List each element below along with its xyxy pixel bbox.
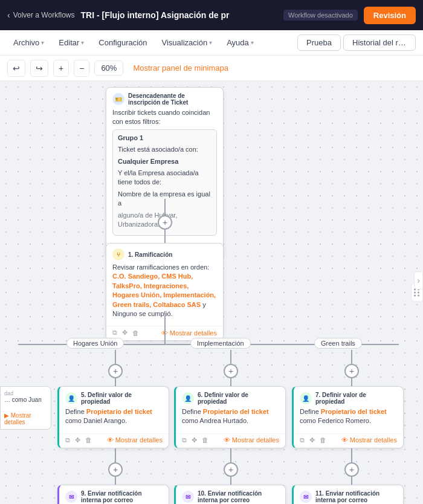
ayuda-label: Ayuda xyxy=(227,38,249,47)
plus-after-n6[interactable]: + xyxy=(224,462,238,477)
branch-copy-icon[interactable]: ⧉ xyxy=(112,329,117,337)
visualizacion-arrow-icon: ▾ xyxy=(209,39,212,46)
node11-title: 11. Enviar notificación interna por corr… xyxy=(315,490,397,503)
node5-text: Define Propietario del ticket como Danie… xyxy=(65,407,163,426)
plus-after-n7[interactable]: + xyxy=(344,462,359,477)
node5-icon: 👤 xyxy=(65,392,77,404)
node5-footer: ⧉ ✥ 🗑 👁 Mostrar detalles xyxy=(59,433,169,448)
node11: ✉ 11. Enviar notificación interna por co… xyxy=(292,485,404,504)
menu-ayuda[interactable]: Ayuda ▾ xyxy=(221,34,260,51)
node7: 👤 7. Definir valor de propiedad Define P… xyxy=(292,386,404,448)
revision-button[interactable]: Revisión xyxy=(364,7,416,24)
hogares-vline xyxy=(115,350,116,365)
historial-button[interactable]: Historial del rend xyxy=(343,34,416,51)
minimap-toggle[interactable]: Mostrar panel de minimapa xyxy=(133,63,228,73)
branch-header: ⑂ 1. Ramificación xyxy=(106,244,223,263)
n5-move-icon[interactable]: ✥ xyxy=(75,436,80,444)
archivo-arrow-icon: ▾ xyxy=(41,39,44,46)
menu-configuracion[interactable]: Configuración xyxy=(92,34,153,51)
menu-archivo[interactable]: Archivo ▾ xyxy=(7,34,50,51)
redo-button[interactable]: ↪ xyxy=(30,60,48,77)
partial-show-details[interactable]: ▶ Mostrar detalles xyxy=(4,412,47,425)
plus-after-n5[interactable]: + xyxy=(108,462,123,477)
plus-hogares[interactable]: + xyxy=(108,364,123,378)
node11-icon: ✉ xyxy=(300,491,312,503)
node7-text: Define Propietario del ticket como Feder… xyxy=(300,407,397,426)
plus-impl[interactable]: + xyxy=(224,364,238,378)
undo-button[interactable]: ↩ xyxy=(7,60,25,77)
green-branch-label: Green trails xyxy=(314,338,362,349)
condition2: Y el/la Empresa asociada/a tiene todos d… xyxy=(118,169,212,187)
nav-right-icon[interactable]: › xyxy=(414,271,423,289)
node6-footer: ⧉ ✥ 🗑 👁 Mostrar detalles xyxy=(176,433,285,448)
configuracion-label: Configuración xyxy=(98,38,147,47)
node6-text: Define Propietario del ticket como Andre… xyxy=(182,407,279,426)
editar-arrow-icon: ▾ xyxy=(81,39,84,46)
plus-button-1[interactable]: + xyxy=(158,215,172,230)
branch-line-down xyxy=(164,314,166,344)
node6-body: Define Propietario del ticket como Andre… xyxy=(176,407,285,433)
n6-copy-icon[interactable]: ⧉ xyxy=(182,436,187,444)
menu-editar[interactable]: Editar ▾ xyxy=(53,34,90,51)
green-vline xyxy=(351,350,352,365)
menu-bar: Archivo ▾ Editar ▾ Configuración Visuali… xyxy=(0,30,423,56)
n7-to-plus xyxy=(351,448,352,464)
eye-icon7: 👁 xyxy=(341,436,348,444)
condition1-val: Cualquier Empresa xyxy=(118,157,212,166)
menu-visualizacion[interactable]: Visualización ▾ xyxy=(156,34,219,51)
visualizacion-label: Visualización xyxy=(162,38,208,47)
node5: 👤 5. Definir valor de propiedad Define P… xyxy=(57,386,169,448)
n6-move-icon[interactable]: ✥ xyxy=(192,436,197,444)
node5-header: 👤 5. Definir valor de propiedad xyxy=(59,387,169,407)
branch-move-icon[interactable]: ✥ xyxy=(122,329,128,337)
node6: 👤 6. Definir valor de propiedad Define P… xyxy=(174,386,286,448)
workflow-canvas: › 🎫 Desencadenante de inscripción de Tic… xyxy=(0,81,423,504)
n6-delete-icon[interactable]: 🗑 xyxy=(202,436,208,444)
node7-footer: ⧉ ✥ 🗑 👁 Mostrar detalles xyxy=(294,433,403,448)
chevron-left-icon: ‹ xyxy=(7,10,10,20)
n5-copy-icon[interactable]: ⧉ xyxy=(65,436,70,444)
branch-body-text: Revisar ramificaciones en orden: C.O. Sa… xyxy=(112,263,217,318)
plus-green[interactable]: + xyxy=(344,364,359,378)
branch-title: 1. Ramificación xyxy=(128,251,172,258)
editar-label: Editar xyxy=(59,38,79,47)
node6-icon: 👤 xyxy=(182,392,194,404)
branch-show-details[interactable]: 👁 Mostrar detalles xyxy=(161,329,217,337)
n7-copy-icon[interactable]: ⧉ xyxy=(300,436,305,444)
node7-header: 👤 7. Definir valor de propiedad xyxy=(294,387,403,407)
hogares-branch-label: Hogares Unión xyxy=(66,338,124,349)
node5-show-details[interactable]: 👁 Mostrar detalles xyxy=(107,436,163,444)
eye-icon6: 👁 xyxy=(224,436,230,444)
zoom-level: 60% xyxy=(94,60,123,76)
n7-delete-icon[interactable]: 🗑 xyxy=(320,436,326,444)
n7-move-icon[interactable]: ✥ xyxy=(309,436,315,444)
workflow-title: TRI - [Flujo interno] Asignación de pr xyxy=(80,10,277,20)
toolbar: ↩ ↪ + − 60% Mostrar panel de minimapa xyxy=(0,56,423,81)
branch-delete-icon[interactable]: 🗑 xyxy=(132,329,139,337)
node6-title: 6. Definir valor de propiedad xyxy=(198,392,279,405)
trigger-body-text: Inscribir tickets cuando coincidan con e… xyxy=(112,108,217,127)
zoom-in-button[interactable]: + xyxy=(53,60,69,77)
trigger-icon: 🎫 xyxy=(112,93,124,105)
node9-title: 9. Enviar notificación interna por corre… xyxy=(81,490,163,503)
zoom-out-button[interactable]: − xyxy=(74,60,89,77)
node9: ✉ 9. Enviar notificación interna por cor… xyxy=(57,485,169,504)
node7-body: Define Propietario del ticket como Feder… xyxy=(294,407,403,433)
top-bar: ‹ Volver a Workflows TRI - [Flujo intern… xyxy=(0,0,423,30)
branch-icon: ⑂ xyxy=(112,248,124,260)
connector-line-1 xyxy=(164,199,166,217)
back-link[interactable]: ‹ Volver a Workflows xyxy=(7,10,74,20)
n6-to-plus xyxy=(230,448,231,464)
prueba-button[interactable]: Prueba xyxy=(297,34,341,51)
grid-icon xyxy=(414,289,420,297)
workflow-status-badge: Workflow desactivado xyxy=(283,10,358,21)
node6-show-details[interactable]: 👁 Mostrar detalles xyxy=(224,436,279,444)
n5-to-plus xyxy=(115,448,116,464)
node6-header: 👤 6. Definir valor de propiedad xyxy=(176,387,285,407)
n5-delete-icon[interactable]: 🗑 xyxy=(85,436,92,444)
trigger-title: Desencadenante de inscripción de Ticket xyxy=(128,92,217,106)
node7-show-details[interactable]: 👁 Mostrar detalles xyxy=(341,436,397,444)
node5-body: Define Propietario del ticket como Danie… xyxy=(59,407,169,433)
back-label: Volver a Workflows xyxy=(13,11,75,19)
implementacion-branch-label: Implementación xyxy=(190,338,251,349)
